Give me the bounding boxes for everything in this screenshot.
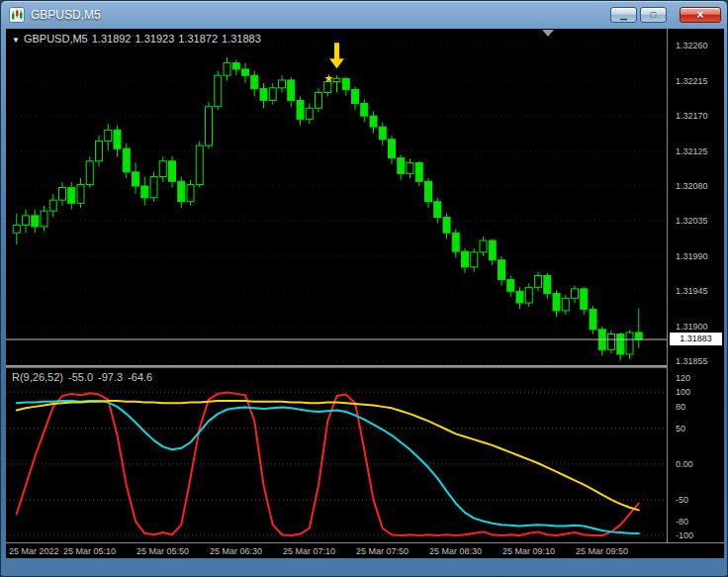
price-axis-label: 1.32080 xyxy=(676,181,708,191)
window-titlebar[interactable]: GBPUSD,M5 ▁ □ × xyxy=(1,1,728,29)
indicator-axis-label: 0.00 xyxy=(676,459,693,469)
price-axis-label: 1.32260 xyxy=(676,41,708,50)
indicator-axis-label: 120 xyxy=(676,373,690,383)
indicator-value-r26: -97.3 xyxy=(98,371,123,383)
maximize-button[interactable]: □ xyxy=(640,7,667,23)
indicator-value-r9: -55.0 xyxy=(68,371,93,383)
time-axis-label: 25 Mar 09:50 xyxy=(576,546,628,556)
time-axis-label: 25 Mar 08:30 xyxy=(429,546,482,556)
time-axis-label: 25 Mar 07:50 xyxy=(356,546,409,556)
time-axis-label: 25 Mar 05:50 xyxy=(136,546,189,556)
oscillator-canvas[interactable] xyxy=(6,368,667,542)
indicator-value-r52: -64.6 xyxy=(128,371,152,383)
minimize-button[interactable]: ▁ xyxy=(610,7,637,23)
price-axis-label: 1.32170 xyxy=(676,111,708,121)
chart-ohlc-header: ▼GBPUSD,M51.318921.319231.318721.31883 xyxy=(12,33,265,45)
star-marker-icon: ★ xyxy=(324,72,334,85)
candlestick-canvas[interactable]: ★ xyxy=(6,29,667,365)
close-button[interactable]: × xyxy=(680,7,721,23)
ohlc-low-value: 1.31872 xyxy=(178,33,218,45)
time-axis[interactable]: 25 Mar 202225 Mar 05:1025 Mar 05:5025 Ma… xyxy=(6,542,724,558)
indicator-axis-label: -50 xyxy=(676,495,688,505)
indicator-axis-label: 50 xyxy=(676,424,685,433)
indicator-axis-label: -80 xyxy=(676,517,688,527)
time-axis-label: 25 Mar 09:10 xyxy=(502,546,555,556)
indicator-axis-label: 80 xyxy=(676,402,685,412)
ohlc-open-value: 1.31892 xyxy=(92,33,132,45)
ohlc-close-value: 1.31883 xyxy=(222,33,261,45)
time-axis-label: 25 Mar 07:10 xyxy=(283,546,335,556)
indicator-axis-label: -100 xyxy=(676,530,693,540)
indicator-axis-label: 100 xyxy=(676,387,690,397)
collapse-arrow-icon[interactable]: ▼ xyxy=(12,36,20,45)
window-controls: ▁ □ × xyxy=(610,7,721,23)
chart-window: GBPUSD,M5 ▁ □ × ★ ▼GBPUSD,M51.318921.319… xyxy=(0,0,728,577)
chart-client-area: ★ ▼GBPUSD,M51.318921.319231.318721.31883… xyxy=(6,29,724,558)
indicator-pane[interactable]: R(9,26,52)-55.0-97.3-64.6 xyxy=(6,368,667,542)
window-icon xyxy=(9,7,25,23)
time-axis-label: 25 Mar 2022 xyxy=(9,546,59,556)
price-axis-label: 1.31945 xyxy=(676,286,708,296)
indicator-name-label: R(9,26,52) xyxy=(12,371,63,383)
price-axis-label: 1.31990 xyxy=(676,251,708,261)
chart-symbol-label: GBPUSD,M5 xyxy=(24,33,88,45)
price-axis-label: 1.31900 xyxy=(676,322,708,332)
time-axis-label: 25 Mar 05:10 xyxy=(63,546,116,556)
chart-shift-marker-icon xyxy=(542,30,554,37)
price-axis-label: 1.32035 xyxy=(676,216,708,226)
indicator-header: R(9,26,52)-55.0-97.3-64.6 xyxy=(12,371,157,383)
time-axis-label: 25 Mar 06:30 xyxy=(210,546,262,556)
price-axis-label: 1.32215 xyxy=(676,76,708,86)
price-chart-pane[interactable]: ★ ▼GBPUSD,M51.318921.319231.318721.31883 xyxy=(6,29,667,365)
price-axis[interactable]: 1.322601.322151.321701.321251.320801.320… xyxy=(667,29,724,542)
ohlc-high-value: 1.31923 xyxy=(135,33,174,45)
window-title: GBPUSD,M5 xyxy=(31,8,101,22)
price-axis-label: 1.32125 xyxy=(676,146,708,156)
current-price-tag: 1.31883 xyxy=(670,333,722,345)
price-axis-label: 1.31855 xyxy=(676,356,708,366)
